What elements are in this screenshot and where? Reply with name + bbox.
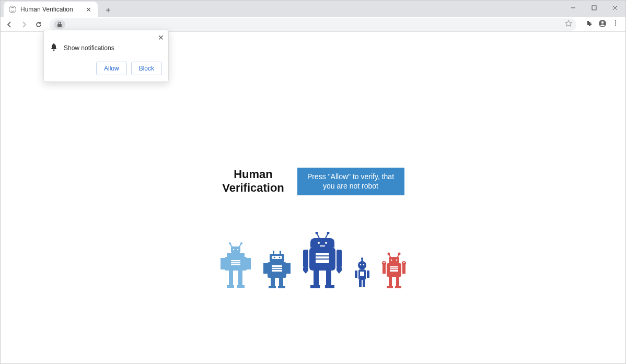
svg-point-44	[279, 256, 281, 258]
address-bar[interactable]	[50, 18, 576, 31]
toolbar-right	[582, 19, 622, 30]
maximize-button[interactable]	[584, 1, 605, 15]
tab-title: Human Verification	[20, 6, 85, 13]
svg-rect-19	[247, 258, 251, 269]
lock-icon[interactable]	[54, 20, 65, 29]
svg-rect-22	[227, 285, 234, 288]
svg-rect-18	[221, 258, 225, 269]
svg-rect-68	[355, 271, 357, 278]
svg-rect-21	[238, 271, 242, 285]
svg-point-89	[391, 259, 392, 261]
svg-rect-85	[389, 277, 392, 286]
svg-rect-39	[269, 286, 276, 288]
svg-point-9	[615, 24, 616, 25]
extensions-icon[interactable]	[585, 19, 593, 30]
svg-rect-86	[396, 277, 399, 286]
svg-point-8	[615, 22, 616, 23]
robot-icon	[302, 232, 343, 288]
svg-rect-79	[389, 257, 399, 263]
svg-rect-16	[227, 253, 245, 257]
instruction-banner: Press "Allow" to verify, that you are no…	[297, 168, 404, 195]
svg-point-72	[360, 264, 362, 265]
svg-point-90	[396, 259, 398, 261]
profile-icon[interactable]	[598, 19, 607, 30]
forward-button[interactable]	[18, 19, 30, 30]
svg-point-73	[363, 264, 365, 265]
robot-icon	[353, 257, 371, 288]
svg-point-25	[237, 249, 239, 250]
menu-icon[interactable]	[612, 19, 619, 30]
svg-rect-41	[272, 256, 282, 259]
svg-rect-15	[231, 246, 240, 253]
svg-rect-20	[229, 271, 233, 285]
svg-rect-53	[337, 250, 342, 267]
svg-rect-55	[326, 271, 331, 285]
svg-rect-71	[363, 280, 365, 287]
window-controls	[563, 1, 625, 15]
robot-icon	[262, 251, 292, 288]
svg-rect-40	[278, 286, 285, 288]
svg-rect-42	[272, 265, 282, 272]
svg-rect-4	[57, 24, 62, 27]
back-button[interactable]	[4, 19, 15, 30]
svg-point-43	[274, 256, 275, 258]
svg-rect-91	[390, 266, 398, 272]
browser-title-bar: Human Verification ✕ ＋	[1, 1, 625, 17]
globe-icon	[9, 6, 16, 13]
svg-point-24	[233, 249, 235, 250]
svg-rect-37	[271, 278, 275, 286]
svg-rect-54	[314, 271, 319, 285]
svg-rect-69	[367, 271, 369, 278]
svg-rect-1	[592, 6, 596, 10]
svg-point-7	[615, 20, 616, 21]
page-content: HumanVerification Press "Allow" to verif…	[1, 32, 625, 363]
svg-rect-26	[231, 260, 240, 265]
reload-button[interactable]	[33, 19, 44, 30]
svg-point-59	[325, 242, 327, 244]
svg-rect-60	[320, 245, 325, 246]
new-tab-button[interactable]: ＋	[102, 4, 114, 16]
svg-point-66	[358, 261, 366, 269]
svg-rect-52	[303, 250, 308, 267]
svg-point-58	[318, 242, 320, 244]
robot-illustration	[219, 232, 407, 288]
minimize-button[interactable]	[563, 1, 584, 15]
svg-rect-61	[316, 253, 329, 263]
svg-rect-56	[310, 285, 320, 288]
page-title: HumanVerification	[222, 168, 285, 195]
svg-rect-23	[237, 285, 245, 288]
svg-rect-35	[263, 263, 268, 274]
svg-rect-36	[286, 263, 291, 274]
svg-rect-74	[360, 272, 364, 276]
browser-tab[interactable]: Human Verification ✕	[4, 2, 98, 17]
svg-rect-57	[325, 285, 334, 288]
robot-icon	[381, 252, 407, 288]
svg-rect-38	[279, 278, 283, 286]
svg-rect-88	[395, 286, 401, 288]
robot-icon	[219, 241, 252, 288]
close-icon[interactable]: ✕	[85, 5, 92, 15]
svg-rect-87	[387, 286, 393, 288]
svg-rect-70	[359, 280, 362, 287]
svg-point-6	[601, 21, 604, 24]
star-icon[interactable]	[565, 20, 572, 29]
close-window-button[interactable]	[605, 1, 625, 15]
